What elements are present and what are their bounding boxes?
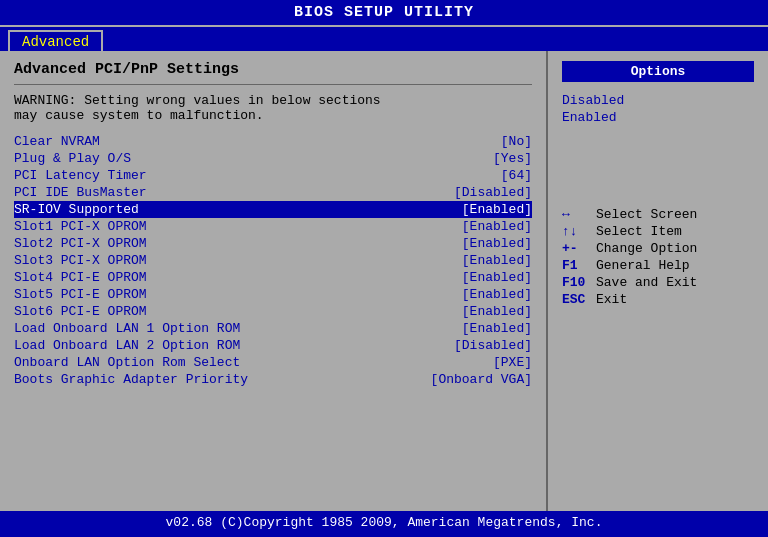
key-description: General Help: [596, 258, 690, 273]
setting-name: PCI Latency Timer: [14, 168, 493, 183]
setting-name: PCI IDE BusMaster: [14, 185, 446, 200]
key-symbol: F10: [562, 275, 596, 290]
settings-row[interactable]: Slot6 PCI-E OPROM[Enabled]: [14, 303, 532, 320]
setting-name: Slot3 PCI-X OPROM: [14, 253, 454, 268]
setting-name: Clear NVRAM: [14, 134, 493, 149]
setting-value: [Enabled]: [462, 304, 532, 319]
key-help-row: F1General Help: [562, 257, 754, 274]
warning-text: WARNING: Setting wrong values in below s…: [14, 93, 532, 123]
setting-name: Slot1 PCI-X OPROM: [14, 219, 454, 234]
setting-value: [Enabled]: [462, 270, 532, 285]
settings-row[interactable]: Load Onboard LAN 2 Option ROM[Disabled]: [14, 337, 532, 354]
setting-name: SR-IOV Supported: [14, 202, 454, 217]
setting-value: [Enabled]: [462, 287, 532, 302]
setting-value: [Yes]: [493, 151, 532, 166]
tab-row: Advanced: [0, 27, 768, 51]
setting-name: Slot2 PCI-X OPROM: [14, 236, 454, 251]
key-help-row: ESCExit: [562, 291, 754, 308]
setting-name: Slot6 PCI-E OPROM: [14, 304, 454, 319]
setting-name: Onboard LAN Option Rom Select: [14, 355, 485, 370]
settings-row[interactable]: Slot3 PCI-X OPROM[Enabled]: [14, 252, 532, 269]
tab-advanced[interactable]: Advanced: [8, 30, 103, 51]
setting-value: [Enabled]: [462, 253, 532, 268]
key-description: Exit: [596, 292, 627, 307]
setting-value: [Disabled]: [454, 338, 532, 353]
main-content: Advanced PCI/PnP Settings WARNING: Setti…: [0, 51, 768, 511]
key-description: Select Item: [596, 224, 682, 239]
settings-row[interactable]: Slot4 PCI-E OPROM[Enabled]: [14, 269, 532, 286]
panel-divider: [14, 84, 532, 85]
title-text: BIOS SETUP UTILITY: [294, 4, 474, 21]
setting-value: [64]: [501, 168, 532, 183]
setting-value: [Enabled]: [462, 321, 532, 336]
setting-name: Plug & Play O/S: [14, 151, 485, 166]
settings-row[interactable]: SR-IOV Supported[Enabled]: [14, 201, 532, 218]
setting-name: Load Onboard LAN 2 Option ROM: [14, 338, 446, 353]
left-panel: Advanced PCI/PnP Settings WARNING: Setti…: [0, 51, 548, 511]
key-help-row: ↑↓Select Item: [562, 223, 754, 240]
key-help: ↔Select Screen↑↓Select Item+-Change Opti…: [562, 206, 754, 308]
footer-bar: v02.68 (C)Copyright 1985 2009, American …: [0, 511, 768, 537]
setting-value: [Enabled]: [462, 236, 532, 251]
panel-title: Advanced PCI/PnP Settings: [14, 61, 532, 78]
key-help-row: F10Save and Exit: [562, 274, 754, 291]
setting-name: Load Onboard LAN 1 Option ROM: [14, 321, 454, 336]
setting-value: [Onboard VGA]: [431, 372, 532, 387]
settings-row[interactable]: Clear NVRAM[No]: [14, 133, 532, 150]
option-item[interactable]: Disabled: [562, 92, 754, 109]
settings-row[interactable]: Boots Graphic Adapter Priority[Onboard V…: [14, 371, 532, 388]
setting-name: Slot5 PCI-E OPROM: [14, 287, 454, 302]
key-description: Select Screen: [596, 207, 697, 222]
settings-row[interactable]: Slot2 PCI-X OPROM[Enabled]: [14, 235, 532, 252]
key-symbol: +-: [562, 241, 596, 256]
settings-list: Clear NVRAM[No]Plug & Play O/S[Yes]PCI L…: [14, 133, 532, 388]
key-symbol: ESC: [562, 292, 596, 307]
setting-value: [Disabled]: [454, 185, 532, 200]
setting-name: Slot4 PCI-E OPROM: [14, 270, 454, 285]
settings-row[interactable]: PCI IDE BusMaster[Disabled]: [14, 184, 532, 201]
key-description: Change Option: [596, 241, 697, 256]
setting-value: [Enabled]: [462, 202, 532, 217]
settings-row[interactable]: Slot1 PCI-X OPROM[Enabled]: [14, 218, 532, 235]
settings-row[interactable]: Slot5 PCI-E OPROM[Enabled]: [14, 286, 532, 303]
settings-row[interactable]: Plug & Play O/S[Yes]: [14, 150, 532, 167]
settings-row[interactable]: Onboard LAN Option Rom Select[PXE]: [14, 354, 532, 371]
setting-value: [No]: [501, 134, 532, 149]
footer-text: v02.68 (C)Copyright 1985 2009, American …: [166, 515, 603, 530]
key-symbol: F1: [562, 258, 596, 273]
setting-value: [PXE]: [493, 355, 532, 370]
options-list: DisabledEnabled: [562, 92, 754, 126]
right-panel: Options DisabledEnabled ↔Select Screen↑↓…: [548, 51, 768, 511]
key-symbol: ↔: [562, 207, 596, 222]
setting-value: [Enabled]: [462, 219, 532, 234]
bios-title: BIOS SETUP UTILITY: [0, 0, 768, 27]
key-help-row: +-Change Option: [562, 240, 754, 257]
key-symbol: ↑↓: [562, 224, 596, 239]
option-item[interactable]: Enabled: [562, 109, 754, 126]
key-description: Save and Exit: [596, 275, 697, 290]
setting-name: Boots Graphic Adapter Priority: [14, 372, 423, 387]
settings-row[interactable]: PCI Latency Timer[64]: [14, 167, 532, 184]
options-header: Options: [562, 61, 754, 82]
key-help-row: ↔Select Screen: [562, 206, 754, 223]
settings-row[interactable]: Load Onboard LAN 1 Option ROM[Enabled]: [14, 320, 532, 337]
